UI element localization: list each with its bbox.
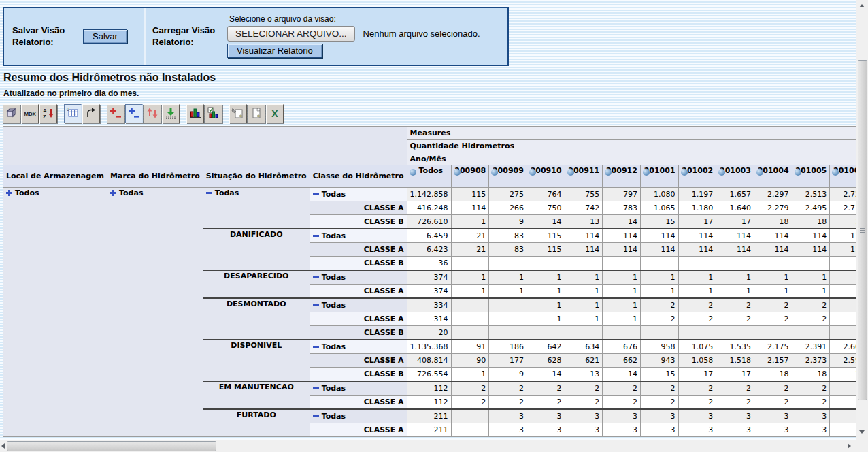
sort-icon[interactable] [681, 169, 688, 176]
pivot-toolbar: MDX AZ 0 X [3, 104, 284, 123]
data-cell: 2 [527, 396, 565, 410]
sort-icon[interactable] [756, 169, 763, 176]
sort-icon[interactable] [529, 169, 536, 176]
collapse-minus-icon[interactable] [313, 415, 319, 417]
data-cell: 3 [640, 423, 678, 437]
vertical-scrollbar[interactable] [856, 0, 868, 440]
row-member-situacao: DESMONTADO [203, 298, 310, 340]
data-cell: 2 [716, 381, 754, 396]
data-cell [603, 257, 641, 271]
data-cell: 1 [603, 298, 641, 312]
member-label: FURTADO [237, 410, 276, 419]
data-cell [603, 326, 641, 340]
save-view-label: Salvar Visão Relatorio: [12, 25, 72, 48]
data-cell: 1 [754, 285, 792, 299]
data-cell [451, 423, 489, 437]
column-header-200912: 200912 [603, 165, 641, 188]
select-file-button[interactable]: SELECIONAR ARQUIVO... [227, 26, 355, 42]
collapse-minus-icon[interactable] [313, 235, 319, 237]
data-cell [640, 326, 678, 340]
column-header-201005: 201005 [792, 165, 830, 188]
member-label: CLASSE B [364, 217, 404, 226]
collapse-minus-icon[interactable] [313, 346, 319, 348]
data-cell: 83 [489, 243, 527, 257]
expand-plus-icon[interactable] [110, 190, 116, 196]
swap-axes-button[interactable] [82, 104, 100, 123]
export-excel-button[interactable]: X [266, 104, 284, 123]
collapse-minus-icon[interactable] [206, 192, 212, 194]
view-report-button[interactable]: Visualizar Relatorio [227, 44, 322, 58]
chart-config-button[interactable] [205, 104, 222, 123]
page-title: Resumo dos Hidrômetros não Instalados [3, 71, 216, 84]
member-label: Todas [322, 342, 346, 351]
data-cell: 2.391 [792, 340, 830, 354]
data-cell: 114 [678, 229, 716, 243]
show-chart-button[interactable] [186, 104, 204, 123]
scroll-up-icon[interactable] [859, 4, 865, 7]
data-cell: 1 [716, 270, 754, 285]
data-cell: 211 [407, 409, 451, 423]
plus-minus-red-icon [109, 106, 122, 122]
data-cell: 2 [716, 298, 754, 312]
sort-icon[interactable] [643, 169, 650, 176]
data-cell: 2 [640, 396, 678, 410]
data-cell: 1 [640, 285, 678, 299]
file-prompt-label: Selecione o arquivo da visão: [229, 14, 336, 24]
sort-icon[interactable] [567, 169, 574, 176]
mdx-editor-button[interactable]: MDX [21, 104, 39, 123]
file-status-text: Nenhum arquivo selecionado. [363, 29, 480, 39]
data-cell: 114 [603, 229, 641, 243]
sort-icon[interactable] [795, 169, 801, 176]
collapse-minus-icon[interactable] [313, 193, 319, 195]
member-label: CLASSE B [364, 259, 404, 268]
data-cell: 21 [451, 229, 489, 243]
data-cell: 3 [489, 409, 527, 423]
data-cell [792, 257, 830, 271]
collapse-minus-icon[interactable] [313, 304, 319, 306]
data-cell [451, 326, 489, 340]
member-label: EM MANUTENCAO [219, 383, 294, 391]
member-label: CLASSE A [364, 287, 404, 295]
row-member-classe: CLASSE A [310, 312, 407, 326]
collapse-minus-icon[interactable] [313, 387, 319, 389]
olap-navigator-button[interactable] [3, 104, 20, 123]
member-label: CLASSE A [364, 425, 404, 434]
data-cell [527, 257, 565, 271]
sort-icon[interactable] [410, 169, 416, 176]
data-cell: 3 [792, 423, 830, 437]
scroll-down-icon[interactable] [859, 430, 865, 434]
expand-plus-icon[interactable] [6, 190, 12, 196]
save-view-section: Salvar Visão Relatorio: Salvar [4, 8, 146, 65]
data-cell: 416.248 [407, 201, 451, 215]
data-cell [451, 298, 489, 312]
data-cell: 2 [678, 312, 716, 326]
horizontal-scroll-thumb[interactable] [7, 441, 216, 451]
collapse-minus-icon[interactable] [313, 276, 319, 278]
column-header-Todos: Todos [407, 165, 451, 188]
svg-text:Z: Z [43, 114, 46, 120]
row-member-classe: Todas [310, 409, 407, 423]
vertical-scroll-thumb[interactable] [858, 60, 867, 400]
data-cell [451, 409, 489, 423]
sort-icon[interactable] [454, 169, 461, 176]
sort-options-button[interactable]: AZ [39, 104, 57, 123]
data-cell: 114 [640, 229, 678, 243]
member-label: CLASSE B [364, 328, 404, 337]
show-parent-members-button[interactable]: 0 [64, 104, 82, 123]
print-button[interactable] [248, 104, 265, 123]
member-label: CLASSE B [364, 370, 404, 378]
column-header-201002: 201002 [678, 165, 716, 188]
scroll-left-icon[interactable] [1, 443, 5, 449]
drill-through-button[interactable] [162, 104, 180, 123]
drill-position-button[interactable] [125, 104, 143, 123]
drill-member-button[interactable] [107, 104, 124, 123]
data-cell: 1.535 [716, 340, 754, 354]
drill-replace-button[interactable] [144, 104, 161, 123]
data-cell: 2 [792, 298, 830, 312]
scroll-right-icon[interactable] [848, 443, 851, 449]
horizontal-scrollbar[interactable] [0, 440, 856, 452]
save-button[interactable]: Salvar [83, 29, 127, 44]
data-cell: 1 [603, 270, 641, 285]
print-config-button[interactable] [229, 104, 247, 123]
grid-icon: 0 [66, 106, 80, 122]
